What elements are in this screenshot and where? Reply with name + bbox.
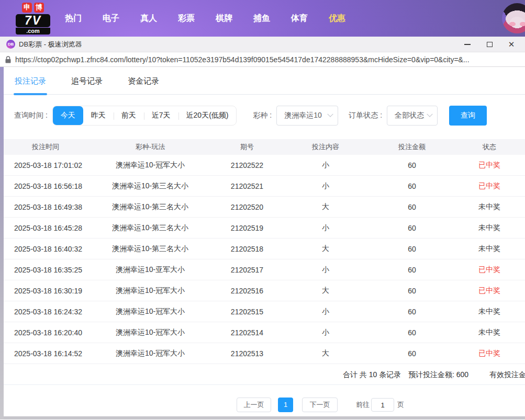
table-column-header: 投注内容	[281, 142, 370, 152]
app-screen: 申 博 7V .com 热门 电子 真人 彩票 棋牌 捕鱼 体育 优惠	[0, 0, 525, 420]
browser-titlebar: DB DB彩票 - 极速浏览器 ✕	[0, 37, 525, 52]
cell-bet-content: 大	[281, 349, 370, 358]
table-row: 2025-03-18 16:56:18 澳洲幸运10-第三名大小 2120252…	[4, 176, 525, 197]
lottery-filter-label: 彩种 :	[253, 111, 272, 120]
expected-amount-text: 预计投注金额: 600	[408, 364, 468, 385]
cell-game-play: 澳洲幸运10-冠军大小	[87, 286, 213, 296]
nav-item[interactable]: 电子	[96, 13, 126, 24]
lottery-select[interactable]: 澳洲幸运10	[276, 106, 338, 126]
cell-bet-time: 2025-03-18 16:24:32	[4, 308, 87, 316]
table-row: 2025-03-18 16:40:32 澳洲幸运10-第三名大小 2120251…	[4, 239, 525, 259]
cell-bet-content: 大	[281, 286, 370, 296]
cell-bet-content: 小	[281, 181, 370, 191]
window-title: DB彩票 - 极速浏览器	[19, 40, 82, 49]
cell-issue-number: 21202516	[213, 287, 281, 295]
prev-page-button[interactable]: 上一页	[237, 398, 271, 412]
nav-item[interactable]: 彩票	[171, 13, 202, 24]
address-bar[interactable]: https://ctop02pchwp1.zfnc84.com/lottery/…	[0, 52, 525, 67]
cell-status: 已中奖	[454, 286, 525, 296]
next-page-button[interactable]: 下一页	[302, 398, 338, 412]
tab-item[interactable]: 投注记录	[15, 76, 46, 94]
chevron-down-icon	[427, 111, 432, 117]
time-range-option[interactable]: 近20天(低频)	[178, 106, 237, 125]
brand-logo-chips: 申 博	[16, 3, 50, 13]
cell-bet-amount: 60	[370, 182, 454, 190]
record-tabs: 投注记录 追号记录 资金记录	[4, 67, 525, 95]
order-status-select[interactable]: 全部状态	[387, 106, 438, 126]
horizontal-scrollbar[interactable]	[4, 416, 525, 419]
window-controls: ✕	[463, 40, 519, 49]
nav-item[interactable]: 热门	[58, 13, 88, 24]
cell-bet-amount: 60	[370, 266, 454, 274]
cell-bet-amount: 60	[370, 161, 454, 169]
nav-item[interactable]: 体育	[284, 13, 315, 24]
cell-status: 已中奖	[454, 161, 525, 170]
cell-bet-time: 2025-03-18 17:01:02	[4, 161, 87, 169]
main-nav: 热门 电子 真人 彩票 棋牌 捕鱼 体育 优惠	[54, 13, 356, 24]
cell-bet-time: 2025-03-18 16:40:32	[4, 245, 87, 253]
table-row: 2025-03-18 16:30:19 澳洲幸运10-冠军大小 21202516…	[4, 280, 525, 301]
cell-bet-content: 小	[281, 223, 370, 233]
cell-status: 未中奖	[454, 328, 525, 337]
user-avatar[interactable]	[502, 3, 525, 33]
cell-bet-amount: 60	[370, 287, 454, 295]
table-row: 2025-03-18 16:24:32 澳洲幸运10-冠军大小 21202515…	[4, 301, 525, 322]
cell-bet-time: 2025-03-18 16:35:25	[4, 266, 87, 274]
table-row: 2025-03-18 16:45:28 澳洲幸运10-第三名大小 2120251…	[4, 218, 525, 239]
cell-bet-amount: 60	[370, 203, 454, 211]
table-row: 2025-03-18 16:14:52 澳洲幸运10-冠军大小 21202513…	[4, 343, 525, 364]
brand-logo-text: 7V	[16, 14, 50, 27]
cell-bet-content: 小	[281, 328, 370, 337]
time-range-option[interactable]: 近7天	[144, 106, 178, 125]
nav-item[interactable]: 棋牌	[209, 13, 239, 24]
nav-item[interactable]: 捕鱼	[247, 13, 277, 24]
cell-bet-amount: 60	[370, 328, 454, 337]
cell-game-play: 澳洲幸运10-第三名大小	[87, 181, 213, 191]
time-range-group: 今天 昨天 前天 近7天 近20天(低频)	[52, 106, 237, 126]
record-count-text: 合计 共 10 条记录	[343, 364, 401, 385]
url-text: https://ctop02pchwp1.zfnc84.com/lottery/…	[15, 55, 470, 64]
cell-game-play: 澳洲幸运10-第三名大小	[87, 202, 213, 212]
close-icon: ✕	[508, 40, 515, 49]
table-column-header: 彩种-玩法	[87, 142, 213, 152]
time-range-option[interactable]: 昨天	[83, 106, 114, 125]
nav-item[interactable]: 优惠	[322, 13, 352, 24]
current-page-badge[interactable]: 1	[278, 398, 293, 412]
goto-page-input[interactable]	[371, 398, 394, 412]
left-edge-strip	[0, 67, 4, 419]
cell-game-play: 澳洲幸运10-亚军大小	[87, 265, 213, 275]
close-button[interactable]: ✕	[507, 40, 516, 49]
cell-issue-number: 21202522	[213, 161, 281, 169]
time-filter-label: 查询时间 :	[14, 111, 48, 120]
cell-bet-amount: 60	[370, 245, 454, 253]
cell-status: 已中奖	[454, 265, 525, 275]
cell-bet-content: 小	[281, 265, 370, 275]
cell-game-play: 澳洲幸运10-冠军大小	[87, 328, 213, 337]
table-body: 2025-03-18 17:01:02 澳洲幸运10-冠军大小 21202522…	[4, 155, 525, 364]
cell-issue-number: 21202515	[213, 308, 281, 316]
maximize-button[interactable]	[485, 40, 494, 49]
brand-chip-shen: 申	[22, 3, 32, 13]
tab-item[interactable]: 追号记录	[71, 76, 103, 94]
cell-game-play: 澳洲幸运10-冠军大小	[87, 307, 213, 316]
time-range-option[interactable]: 前天	[114, 106, 144, 125]
tab-item[interactable]: 资金记录	[128, 76, 159, 94]
nav-item[interactable]: 真人	[133, 13, 164, 24]
lottery-select-value: 澳洲幸运10	[284, 111, 328, 120]
status-filter-label: 订单状态 :	[349, 111, 382, 120]
cell-bet-content: 大	[281, 202, 370, 212]
bet-records-table: 投注时间 彩种-玩法 期号 投注内容 投注金额 状态	[4, 139, 525, 364]
table-column-header: 投注时间	[4, 142, 87, 152]
cell-bet-content: 大	[281, 244, 370, 254]
cell-bet-content: 小	[281, 161, 370, 170]
search-button[interactable]: 查询	[449, 106, 487, 126]
browser-favicon: DB	[6, 40, 15, 49]
records-page: 投注记录 追号记录 资金记录 查询时间 : 今天 昨天 前天	[4, 67, 525, 419]
table-column-header: 期号	[213, 142, 281, 152]
minimize-button[interactable]	[463, 40, 472, 49]
brand-logo[interactable]: 申 博 7V .com	[16, 3, 50, 35]
time-range-option[interactable]: 今天	[53, 106, 83, 125]
cell-status: 未中奖	[454, 307, 525, 316]
cell-issue-number: 21202520	[213, 203, 281, 211]
cell-status: 未中奖	[454, 223, 525, 233]
